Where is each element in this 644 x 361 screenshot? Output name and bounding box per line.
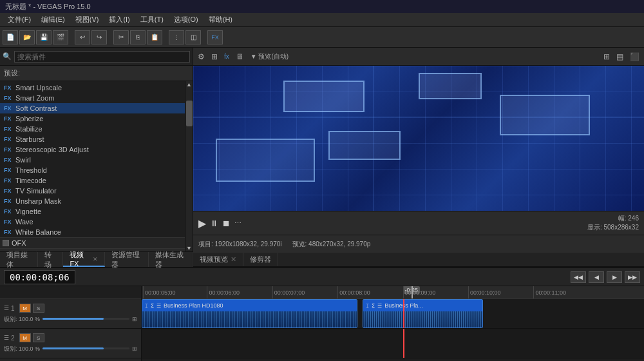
timeline-tb-btn3[interactable]: ▶ [607, 271, 622, 283]
plugin-item-smart-upscale[interactable]: FX Smart Upscale [0, 83, 185, 93]
main-area: 🔍 预设: FX Smart Upscale FX Smart Zoom FX … [0, 48, 644, 267]
tb-copy[interactable]: ⎘ [130, 30, 146, 44]
plugin-item-unsharp[interactable]: FX Unsharp Mask [0, 196, 185, 206]
tab-asset-manager[interactable]: 资源管理器 [105, 252, 149, 267]
timeline-tb-btn1[interactable]: ◀◀ [571, 271, 586, 283]
vp-shape-5 [216, 139, 315, 182]
preview-tb-icon3[interactable]: ⬛ [628, 52, 641, 61]
project-info: 项目: 1920x1080x32, 29.970i [198, 240, 282, 249]
plugin-item-label: Vignette [15, 208, 41, 215]
track-vol-label-1: 级别: 100.0 % [4, 315, 40, 324]
tb-trim[interactable]: ◫ [185, 30, 201, 44]
menu-help[interactable]: 帮助(H) [204, 14, 238, 26]
fx-badge: FX [4, 136, 13, 142]
preview-tb-icon1[interactable]: ⊞ [601, 52, 612, 61]
track-hamburger-2[interactable]: ☰ [4, 335, 9, 341]
plugin-list[interactable]: FX Smart Upscale FX Smart Zoom FX Soft C… [0, 81, 185, 251]
timecode-display: 00:00:08;06 [4, 270, 75, 284]
tb-open[interactable]: 📂 [19, 30, 35, 44]
preview-mode-label: ▼ 预览(自动) [251, 52, 289, 61]
tab-trimmer[interactable]: 修剪器 [243, 253, 278, 266]
menu-edit[interactable]: 编辑(E) [36, 14, 70, 26]
fx-badge: FX [4, 229, 13, 235]
plugin-item-stereoscopic[interactable]: FX Stereoscopic 3D Adjust [0, 144, 185, 155]
category-ofx[interactable]: OFX [0, 237, 185, 248]
track-mute-1[interactable]: M [19, 304, 31, 313]
track-solo-1[interactable]: S [33, 304, 44, 313]
fx-badge: FX [4, 115, 13, 122]
plugin-item-vignette[interactable]: FX Vignette [0, 206, 185, 217]
tab-transitions[interactable]: 转场 [38, 252, 64, 267]
plugin-item-wave[interactable]: FX Wave [0, 217, 185, 227]
timeline-main: ☰ 1 M S 级别: 100.0 % ⊞ [0, 286, 644, 361]
plugin-item-white-balance[interactable]: FX White Balance [0, 227, 185, 237]
track-hamburger-1[interactable]: ☰ [4, 305, 9, 311]
preview-tb-icon2[interactable]: ▤ [614, 52, 625, 61]
menu-view[interactable]: 视图(V) [70, 14, 104, 26]
plugin-item-tv-sim[interactable]: FX TV Simulator [0, 186, 185, 196]
plugin-item-spherize[interactable]: FX Spherize [0, 113, 185, 124]
volume-slider-1[interactable] [43, 318, 129, 320]
timeline-tb-btn4[interactable]: ▶▶ [625, 271, 640, 283]
tb-save[interactable]: 💾 [36, 30, 52, 44]
plugin-item-timecode[interactable]: FX Timecode [0, 175, 185, 186]
play-button[interactable]: ▶ [198, 217, 206, 229]
tb-undo[interactable]: ↩ [75, 30, 90, 44]
pause-button[interactable]: ⏸ [210, 219, 218, 228]
fx-badge: FX [4, 157, 13, 163]
tab-project-media[interactable]: 项目媒体 [0, 252, 38, 267]
tb-render[interactable]: 🎬 [53, 30, 68, 44]
plugin-item-stabilize[interactable]: FX Stabilize [0, 124, 185, 134]
menu-tools[interactable]: 工具(T) [135, 14, 169, 26]
clip-business-plan-2[interactable]: ⌶ Ʃ ☰ Business Pla... [363, 299, 483, 328]
menu-options[interactable]: 选项(O) [169, 14, 204, 26]
settings-icon[interactable]: ⚙ [196, 52, 207, 61]
grid-icon[interactable]: ⊞ [209, 52, 220, 61]
track-mute-2[interactable]: M [19, 333, 31, 342]
track-headers: ☰ 1 M S 级别: 100.0 % ⊞ [0, 286, 142, 361]
fx-icon[interactable]: fx [222, 53, 231, 60]
tb-split[interactable]: ⋮ [169, 30, 184, 44]
track-expand-1[interactable]: ⊞ [132, 316, 137, 322]
scroll-up-arrow[interactable]: ▲ [185, 81, 193, 88]
tab-video-fx[interactable]: 视频 FX ✕ [63, 252, 105, 267]
track-header-content-2: ☰ 2 M S 级别: 100.0 % ⊞ [4, 333, 137, 353]
timeline-tb-btn2[interactable]: ◀ [589, 271, 604, 283]
plugin-item-smart-zoom[interactable]: FX Smart Zoom [0, 93, 185, 103]
plugin-item-label: Stabilize [15, 125, 43, 133]
tab-close-icon[interactable]: ✕ [93, 256, 98, 262]
stop-button[interactable]: ⏹ [222, 219, 231, 228]
plugin-item-soft-contrast[interactable]: FX Soft Contrast [0, 103, 185, 113]
scroll-down-arrow[interactable]: ▼ [185, 245, 193, 251]
fx-badge: FX [4, 126, 13, 132]
track-expand-2[interactable]: ⊞ [132, 346, 137, 352]
clip-icon-fx-2: Ʃ [372, 303, 375, 309]
preview-area [193, 66, 644, 211]
tab-media-gen[interactable]: 媒体生成器 [149, 252, 193, 267]
plugin-item-starburst[interactable]: FX Starburst [0, 134, 185, 144]
tb-redo[interactable]: ↪ [91, 30, 107, 44]
clip-business-plan[interactable]: ⌶ Ʃ ☰ Business Plan HD1080 [142, 299, 357, 328]
menu-file[interactable]: 文件(F) [3, 14, 36, 26]
plugin-item-swirl[interactable]: FX Swirl [0, 155, 185, 165]
tab-video-preview[interactable]: 视频预览 ✕ [193, 253, 243, 266]
tb-fx[interactable]: FX [207, 30, 223, 44]
plugin-scrollbar[interactable]: ▲ ▼ [185, 81, 193, 251]
volume-slider-2[interactable] [43, 347, 129, 349]
tb-paste[interactable]: 📋 [147, 30, 162, 44]
fx-badge: FX [4, 177, 13, 184]
scroll-thumb[interactable] [186, 101, 193, 126]
menu-insert[interactable]: 插入(I) [104, 14, 135, 26]
tb-new[interactable]: 📄 [3, 30, 18, 44]
track-solo-2[interactable]: S [33, 333, 44, 342]
fx-badge: FX [4, 105, 13, 112]
plugin-item-label: Swirl [15, 156, 31, 164]
tb-cut[interactable]: ✂ [113, 30, 129, 44]
timeline-content: -0:25 00:00:05;00 00:00:06;00 00:00:07;0… [142, 286, 644, 361]
search-input[interactable] [14, 51, 190, 63]
loop-button[interactable]: ⋯ [234, 219, 242, 228]
tab-close-preview[interactable]: ✕ [231, 255, 236, 264]
monitor-icon[interactable]: 🖥 [234, 52, 245, 61]
plugin-item-label: Starburst [15, 135, 44, 143]
plugin-item-threshold[interactable]: FX Threshold [0, 165, 185, 175]
